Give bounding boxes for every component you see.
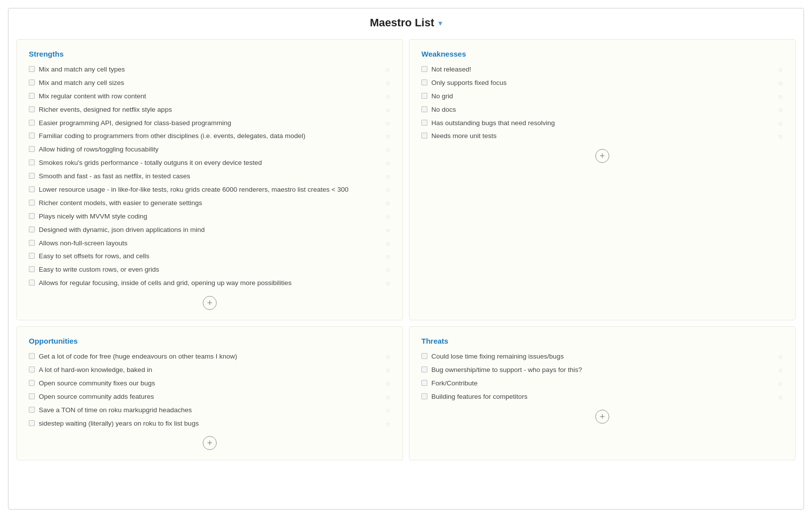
list-item: Get a lot of code for free (huge endeavo… xyxy=(29,352,391,362)
star-icon[interactable]: ☆ xyxy=(385,186,391,195)
checkbox[interactable] xyxy=(29,133,35,139)
item-text: Allows for regular focusing, inside of c… xyxy=(39,279,381,288)
checkbox[interactable] xyxy=(29,66,35,72)
checkbox[interactable] xyxy=(29,146,35,152)
list-item: Open source community fixes our bugs☆ xyxy=(29,379,391,388)
checkbox[interactable] xyxy=(29,393,35,399)
add-button-threats[interactable]: + xyxy=(421,410,783,424)
checkbox[interactable] xyxy=(29,93,35,99)
checkbox[interactable] xyxy=(421,106,427,112)
checkbox[interactable] xyxy=(421,380,427,386)
star-icon[interactable]: ☆ xyxy=(385,253,391,261)
star-icon[interactable]: ☆ xyxy=(778,393,783,402)
chevron-down-icon[interactable]: ▾ xyxy=(438,18,442,28)
checkbox[interactable] xyxy=(421,120,427,126)
star-icon[interactable]: ☆ xyxy=(385,133,391,141)
checkbox[interactable] xyxy=(29,253,35,259)
star-icon[interactable]: ☆ xyxy=(385,266,391,275)
add-button-weaknesses[interactable]: + xyxy=(421,149,783,163)
checkbox[interactable] xyxy=(29,280,35,286)
checkbox[interactable] xyxy=(29,407,35,413)
checkbox[interactable] xyxy=(29,106,35,112)
list-item: Smooth and fast - as fast as netflix, in… xyxy=(29,172,391,181)
star-icon[interactable]: ☆ xyxy=(385,213,391,221)
checkbox[interactable] xyxy=(29,79,35,85)
add-button-strengths[interactable]: + xyxy=(29,296,391,310)
star-icon[interactable]: ☆ xyxy=(385,226,391,235)
list-item: Allows for regular focusing, inside of c… xyxy=(29,279,391,288)
list-item: Richer events, designed for netflix styl… xyxy=(29,105,391,115)
checkbox[interactable] xyxy=(421,353,427,359)
list-item: Allow hiding of rows/toggling focusabili… xyxy=(29,145,391,154)
star-icon[interactable]: ☆ xyxy=(385,200,391,208)
add-circle-icon[interactable]: + xyxy=(203,296,217,310)
star-icon[interactable]: ☆ xyxy=(385,79,391,88)
item-text: Lower resource usage - in like-for-like … xyxy=(39,185,381,195)
checkbox[interactable] xyxy=(421,93,427,99)
item-list-weaknesses: Not released!☆Only supports fixed focus☆… xyxy=(421,65,783,141)
page-title: Maestro List xyxy=(370,16,434,29)
star-icon[interactable]: ☆ xyxy=(385,240,391,248)
item-text: Smooth and fast - as fast as netflix, in… xyxy=(39,172,381,181)
item-text: No docs xyxy=(431,105,774,115)
star-icon[interactable]: ☆ xyxy=(778,353,783,362)
checkbox[interactable] xyxy=(421,79,427,85)
checkbox[interactable] xyxy=(29,420,35,426)
add-circle-icon[interactable]: + xyxy=(203,436,217,450)
checkbox[interactable] xyxy=(29,213,35,219)
star-icon[interactable]: ☆ xyxy=(385,380,391,388)
add-button-opportunities[interactable]: + xyxy=(29,436,391,450)
star-icon[interactable]: ☆ xyxy=(385,393,391,402)
item-text: Mix and match any cell types xyxy=(39,65,381,74)
star-icon[interactable]: ☆ xyxy=(778,93,783,101)
checkbox[interactable] xyxy=(421,133,427,139)
item-text: Allows non-full-screen layouts xyxy=(39,239,381,248)
checkbox[interactable] xyxy=(29,186,35,192)
item-text: Richer content models, with easier to ge… xyxy=(39,199,381,208)
star-icon[interactable]: ☆ xyxy=(385,146,391,154)
checkbox[interactable] xyxy=(29,173,35,179)
checkbox[interactable] xyxy=(29,200,35,206)
item-text: Open source community adds features xyxy=(39,392,381,402)
add-circle-icon[interactable]: + xyxy=(595,410,609,424)
item-text: Mix regular content with row content xyxy=(39,92,381,101)
checkbox[interactable] xyxy=(29,367,35,372)
star-icon[interactable]: ☆ xyxy=(778,120,783,128)
checkbox[interactable] xyxy=(29,266,35,272)
checkbox[interactable] xyxy=(29,226,35,232)
list-item: Mix regular content with row content☆ xyxy=(29,92,391,101)
list-item: A lot of hard-won knowledge, baked in☆ xyxy=(29,366,391,375)
star-icon[interactable]: ☆ xyxy=(385,407,391,415)
checkbox[interactable] xyxy=(421,66,427,72)
star-icon[interactable]: ☆ xyxy=(385,367,391,375)
star-icon[interactable]: ☆ xyxy=(385,106,391,115)
item-text: Bug ownership/time to support - who pays… xyxy=(431,366,774,375)
star-icon[interactable]: ☆ xyxy=(385,159,391,168)
quadrant-opportunities: OpportunitiesGet a lot of code for free … xyxy=(16,326,403,460)
checkbox[interactable] xyxy=(421,367,427,372)
checkbox[interactable] xyxy=(421,393,427,399)
star-icon[interactable]: ☆ xyxy=(385,353,391,362)
list-item: Familiar coding to programmers from othe… xyxy=(29,132,391,141)
star-icon[interactable]: ☆ xyxy=(778,133,783,141)
star-icon[interactable]: ☆ xyxy=(385,173,391,181)
star-icon[interactable]: ☆ xyxy=(385,66,391,74)
checkbox[interactable] xyxy=(29,353,35,359)
star-icon[interactable]: ☆ xyxy=(385,280,391,288)
item-text: Fork/Contribute xyxy=(431,379,774,388)
star-icon[interactable]: ☆ xyxy=(385,120,391,128)
checkbox[interactable] xyxy=(29,120,35,126)
item-text: Familiar coding to programmers from othe… xyxy=(39,132,381,141)
add-circle-icon[interactable]: + xyxy=(595,149,609,163)
star-icon[interactable]: ☆ xyxy=(778,66,783,74)
star-icon[interactable]: ☆ xyxy=(778,106,783,115)
star-icon[interactable]: ☆ xyxy=(778,367,783,375)
star-icon[interactable]: ☆ xyxy=(385,93,391,101)
checkbox[interactable] xyxy=(29,380,35,386)
star-icon[interactable]: ☆ xyxy=(778,380,783,388)
star-icon[interactable]: ☆ xyxy=(778,79,783,88)
checkbox[interactable] xyxy=(29,159,35,165)
checkbox[interactable] xyxy=(29,240,35,246)
list-item: Only supports fixed focus☆ xyxy=(421,78,783,88)
star-icon[interactable]: ☆ xyxy=(385,420,391,429)
